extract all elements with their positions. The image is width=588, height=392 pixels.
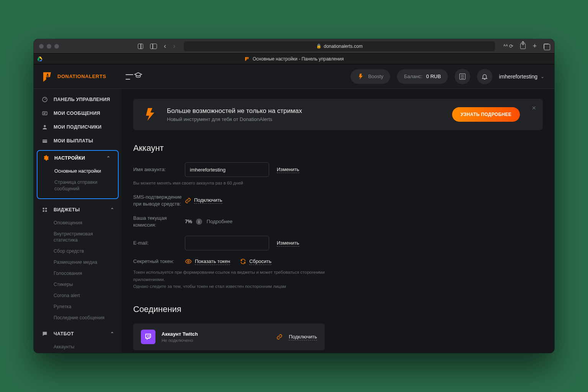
app-topbar: DONATIONALERTS Boosty Баланс: 0 RUB	[34, 64, 554, 89]
sidebar-item-label: МОИ ПОДПИСЧИКИ	[54, 124, 101, 130]
gdrive-extension-icon[interactable]	[37, 56, 43, 62]
sidebar-item-label: ЧАТБОТ	[54, 331, 74, 336]
connection-twitch: Аккаунт Twitch Не подключено Подключить	[133, 323, 325, 350]
brand[interactable]: DONATIONALERTS	[34, 71, 122, 82]
sidebar-sub-donation-page[interactable]: Страница отправки сообщений	[54, 177, 118, 194]
nav-back-icon[interactable]: ‹	[164, 42, 166, 50]
sidebar-sub-corona[interactable]: Corona alert	[54, 290, 122, 301]
sidebar-sub-accounts[interactable]: Аккаунты	[54, 341, 122, 353]
connection-status: Не подключено	[162, 338, 198, 343]
sidebar-sub-recent-messages[interactable]: Последние сообщения	[54, 312, 122, 323]
chevron-up-icon: ⌃	[110, 331, 114, 336]
widgets-icon	[41, 207, 48, 213]
svg-rect-17	[147, 335, 148, 337]
sidebar-item-payouts[interactable]: МОИ ВЫПЛАТЫ	[34, 134, 122, 148]
promo-subtitle: Новый инструмент для тебя от DonationAle…	[167, 116, 302, 122]
token-show-link[interactable]: Показать токен	[195, 258, 230, 265]
boosty-promo-icon	[142, 106, 159, 123]
address-bar[interactable]: 🔒 donationalerts.com	[184, 41, 495, 51]
sms-connect-link[interactable]: Подключить	[194, 197, 222, 204]
account-name-input[interactable]: imherefortesting	[185, 162, 269, 177]
sidebar-sub-polls[interactable]: Голосования	[54, 268, 122, 279]
promo-banner: Больше возможностей не только на стримах…	[133, 99, 543, 130]
wallet-icon	[41, 138, 48, 144]
eye-icon	[185, 258, 192, 265]
sidebar-sub-general-settings[interactable]: Основные настройки	[54, 166, 118, 177]
share-icon[interactable]	[520, 44, 526, 49]
link-icon	[276, 334, 283, 340]
sidebar-item-label: ВИДЖЕТЫ	[54, 207, 80, 212]
promo-title: Больше возможностей не только на стримах	[167, 107, 302, 115]
academy-icon[interactable]	[134, 71, 142, 82]
token-hint: Токен используется при формировании ссыл…	[133, 269, 332, 290]
account-heading: Аккаунт	[133, 143, 543, 153]
notifications-button[interactable]	[477, 69, 492, 84]
svg-point-3	[247, 57, 248, 58]
twitch-icon	[141, 330, 155, 344]
token-reset-link[interactable]: Сбросить	[249, 258, 271, 265]
sidebar-sub-stickers[interactable]: Стикеры	[54, 279, 122, 290]
change-name-link[interactable]: Изменить	[277, 167, 299, 173]
svg-point-16	[188, 261, 189, 263]
sidebar-sub-multichat[interactable]: Мультичат	[54, 353, 122, 353]
fee-more-link[interactable]: Подробнее	[207, 219, 232, 224]
dashboard-icon	[41, 96, 48, 103]
traffic-close-icon[interactable]	[39, 44, 44, 49]
svg-point-9	[44, 125, 46, 127]
news-button[interactable]	[455, 69, 470, 84]
sidebar-sub-fundraising[interactable]: Сбор средств	[54, 246, 122, 257]
traffic-minimize-icon[interactable]	[47, 44, 51, 49]
boosty-icon	[358, 73, 364, 80]
traffic-zoom-icon[interactable]	[54, 44, 59, 49]
main-content: Больше возможностей не только на стримах…	[122, 89, 554, 353]
svg-rect-18	[149, 335, 150, 337]
new-tab-icon[interactable]: +	[532, 42, 537, 50]
tab-title[interactable]: Основные настройки - Панель управления	[253, 56, 344, 62]
account-name-label: Имя аккаунта:	[133, 166, 185, 173]
chatbot-icon	[41, 331, 48, 337]
svg-rect-14	[43, 210, 44, 212]
user-menu[interactable]: imherefortesting ⌄	[499, 74, 544, 80]
email-input[interactable]	[185, 236, 269, 250]
sidebar-sub-media[interactable]: Размещение медиа	[54, 257, 122, 268]
sidebar-item-settings[interactable]: НАСТРОЙКИ ⌃	[38, 151, 118, 165]
sidebar-item-widgets[interactable]: ВИДЖЕТЫ ⌃	[34, 203, 122, 217]
sidebar-sub-alerts[interactable]: Оповещения	[54, 217, 122, 229]
sidebar-toggle-icon[interactable]	[150, 44, 157, 49]
message-icon	[41, 110, 48, 116]
balance-value: 0 RUB	[426, 74, 441, 79]
sidebar-sub-roulette[interactable]: Рулетка	[54, 301, 122, 312]
svg-rect-15	[45, 210, 47, 212]
connection-name: Аккаунт Twitch	[162, 331, 198, 337]
sidebar-item-subscribers[interactable]: МОИ ПОДПИСЧИКИ	[34, 120, 122, 134]
change-email-link[interactable]: Изменить	[277, 240, 299, 247]
info-icon[interactable]: i	[196, 219, 202, 225]
sidebar-item-dashboard[interactable]: ПАНЕЛЬ УПРАВЛЕНИЯ	[34, 93, 122, 106]
boosty-link[interactable]: Boosty	[351, 69, 390, 84]
reader-reload-icon[interactable]: ᴬᴬ ⟳	[503, 43, 514, 49]
news-icon	[459, 74, 466, 80]
sidebar-sub-stream-stats[interactable]: Внутристримовая статистика	[54, 229, 122, 246]
svg-rect-4	[247, 58, 247, 59]
sidebar-group-settings: НАСТРОЙКИ ⌃ Основные настройки Страница …	[37, 150, 119, 199]
promo-cta-button[interactable]: УЗНАТЬ ПОДРОБНЕЕ	[452, 107, 520, 122]
tabs-overview-icon[interactable]	[544, 44, 549, 49]
sidebar-item-messages[interactable]: МОИ СООБЩЕНИЯ	[34, 106, 122, 120]
nav-forward-icon: ›	[173, 42, 175, 50]
person-icon	[41, 124, 48, 130]
balance-pill[interactable]: Баланс: 0 RUB	[397, 69, 448, 84]
privacy-shield-icon[interactable]	[138, 44, 143, 49]
browser-titlebar: ‹ › 🔒 donationalerts.com ᴬᴬ ⟳ +	[34, 39, 554, 54]
boosty-label: Boosty	[368, 74, 384, 79]
sidebar-item-label: НАСТРОЙКИ	[54, 155, 85, 161]
fee-label: Ваша текущая комиссия:	[133, 215, 185, 228]
address-domain: donationalerts.com	[324, 44, 363, 49]
connections-heading: Соединения	[133, 304, 543, 314]
connection-connect-button[interactable]: Подключить	[276, 334, 317, 340]
chevron-up-icon: ⌃	[110, 207, 114, 212]
sidebar-item-chatbot[interactable]: ЧАТБОТ ⌃	[34, 327, 122, 341]
close-icon[interactable]: ×	[532, 104, 536, 112]
brand-name: DONATIONALERTS	[57, 74, 106, 79]
account-name-hint: Вы можете менять имя своего аккаунта раз…	[133, 181, 543, 185]
browser-tab-strip: Основные настройки - Панель управления	[34, 54, 554, 64]
